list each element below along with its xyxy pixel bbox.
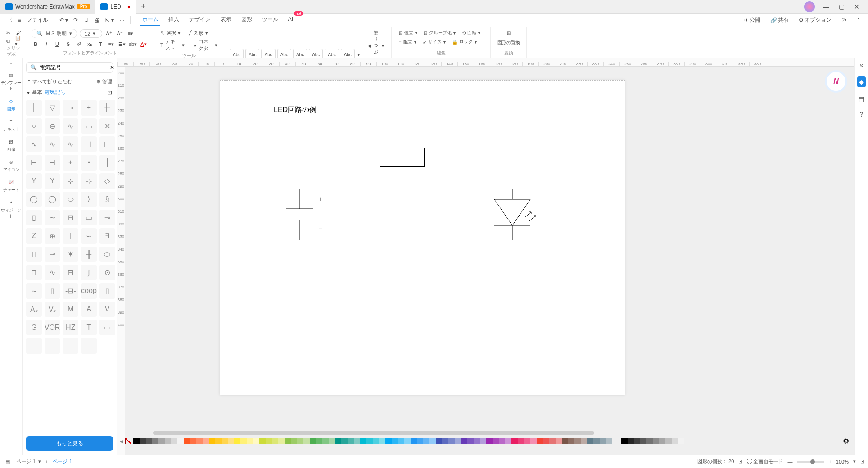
shape-thumbnail[interactable]: •	[81, 155, 97, 171]
font-grow-icon[interactable]: A⁺	[105, 30, 113, 38]
color-swatch[interactable]	[247, 438, 253, 444]
manage-button[interactable]: ⚙ 管理	[96, 78, 112, 85]
shape-thumbnail[interactable]: ▯	[26, 247, 42, 262]
fit-page-icon[interactable]: ⊡	[738, 459, 742, 464]
color-swatch[interactable]	[574, 438, 581, 444]
hamburger-icon[interactable]: ≡	[15, 17, 24, 23]
superscript-icon[interactable]: x²	[75, 40, 83, 48]
shape-thumbnail[interactable]: ⊟	[63, 265, 78, 280]
color-swatch[interactable]	[272, 438, 278, 444]
color-swatch[interactable]	[366, 438, 373, 444]
redo-button[interactable]: ↷	[71, 17, 81, 23]
color-swatch[interactable]	[505, 438, 511, 444]
palette-settings-icon[interactable]: ⚙	[840, 437, 852, 446]
rightbar-help-icon[interactable]: ?	[860, 111, 863, 118]
group-button[interactable]: ⊟ グループ化▾	[421, 29, 458, 37]
shape-thumbnail[interactable]: ◇	[99, 173, 115, 189]
color-swatch[interactable]	[665, 438, 672, 444]
shape-thumbnail[interactable]: ⬭	[63, 192, 78, 207]
shape-thumbnail[interactable]: ⊣	[45, 155, 60, 171]
shape-thumbnail[interactable]: ∿	[63, 136, 78, 152]
color-swatch[interactable]	[297, 438, 303, 444]
color-swatch[interactable]	[215, 438, 222, 444]
color-swatch[interactable]	[228, 438, 234, 444]
shape-thumbnail[interactable]: ⟊	[63, 228, 78, 244]
align-left-icon[interactable]: ≡▾	[127, 30, 135, 38]
sidebar-item-chart[interactable]: 📈チャート	[0, 176, 22, 196]
shape-thumbnail[interactable]: ⊓	[26, 265, 42, 280]
color-swatch[interactable]	[303, 438, 310, 444]
color-swatch[interactable]	[196, 438, 203, 444]
shape-search-input[interactable]	[40, 64, 107, 71]
collapse-ribbon-button[interactable]: ⌃	[854, 17, 863, 23]
sidebar-item-text[interactable]: Tテキスト	[0, 115, 22, 135]
rightbar-format-icon[interactable]: ◆	[857, 76, 866, 87]
color-swatch[interactable]	[634, 438, 640, 444]
color-swatch[interactable]	[234, 438, 240, 444]
text-tool-button[interactable]: T テキスト ▾	[158, 37, 187, 53]
shape-thumbnail[interactable]: ∿	[45, 265, 60, 280]
shape-thumbnail[interactable]: ∫	[81, 265, 97, 280]
shape-thumbnail[interactable]: ∽	[81, 228, 97, 244]
subscript-icon[interactable]: x₂	[86, 40, 94, 48]
color-swatch[interactable]	[646, 438, 653, 444]
shape-thumbnail[interactable]: ▭	[81, 210, 97, 225]
strike-icon[interactable]: S̶	[64, 40, 72, 48]
shape-thumbnail[interactable]: ⊸	[63, 100, 78, 116]
publish-button[interactable]: ✈ 公開	[741, 16, 763, 24]
sidebar-item-icon[interactable]: ◎アイコン	[0, 155, 22, 176]
shape-thumbnail[interactable]: T	[81, 320, 97, 335]
shape-thumbnail[interactable]: V	[99, 302, 115, 317]
color-swatch[interactable]	[621, 438, 628, 444]
shape-thumbnail[interactable]: ⟩	[81, 192, 97, 207]
color-swatch[interactable]	[266, 438, 272, 444]
fill-button[interactable]: ◆ 塗りつぶし ▾	[366, 29, 387, 62]
shape-thumbnail[interactable]: ⊹	[81, 173, 97, 189]
document-tab[interactable]: LED ●	[95, 0, 136, 14]
shape-thumbnail[interactable]: V₅	[45, 302, 60, 317]
shape-thumbnail[interactable]: ⬭	[99, 247, 115, 262]
zoom-value[interactable]: 100%	[836, 459, 849, 464]
color-swatch[interactable]	[606, 438, 612, 444]
add-tab-button[interactable]: +	[136, 2, 150, 11]
shape-search[interactable]: 🔍 ✕	[26, 62, 113, 73]
shape-thumbnail[interactable]	[63, 338, 78, 354]
align-button[interactable]: ≡ 配置▾	[396, 38, 419, 46]
shape-thumbnail[interactable]: ∃	[99, 228, 115, 244]
color-swatch[interactable]	[524, 438, 530, 444]
battery-shape[interactable]: + −	[286, 189, 331, 243]
color-swatch[interactable]	[493, 438, 499, 444]
font-color-icon[interactable]: A▾	[140, 40, 148, 48]
style-gallery-expand[interactable]: ▾	[357, 50, 361, 58]
shape-thumbnail[interactable]: coop	[81, 283, 97, 299]
shape-thumbnail[interactable]: ╫	[99, 100, 115, 116]
color-swatch[interactable]	[177, 438, 184, 444]
shape-thumbnail[interactable]: ▯	[99, 283, 115, 299]
help-button[interactable]: ?•	[839, 17, 849, 23]
color-swatch[interactable]	[209, 438, 215, 444]
shape-thumbnail[interactable]: +	[63, 155, 78, 171]
replace-shape-icon[interactable]: ⊞	[505, 29, 513, 37]
color-swatch[interactable]	[222, 438, 228, 444]
horizontal-scrollbar[interactable]	[117, 431, 854, 436]
minimize-button[interactable]: —	[819, 1, 833, 12]
size-button[interactable]: ⤢ サイズ▾	[420, 38, 448, 46]
color-swatch[interactable]	[518, 438, 524, 444]
color-swatch[interactable]	[385, 438, 392, 444]
font-shrink-icon[interactable]: A⁻	[116, 30, 124, 38]
color-swatch[interactable]	[467, 438, 474, 444]
palette-prev-icon[interactable]: ◂	[120, 437, 123, 446]
shape-thumbnail[interactable]: ∿	[63, 118, 78, 134]
shape-thumbnail[interactable]	[26, 338, 42, 354]
color-swatch[interactable]	[348, 438, 354, 444]
shape-thumbnail[interactable]: -⊟-	[63, 283, 78, 299]
text-case-icon[interactable]: T̲	[96, 40, 104, 48]
font-family-select[interactable]: 🔍 ＭＳ 明朝 ▾	[32, 29, 77, 38]
category-expand-icon[interactable]: ⊡	[108, 90, 112, 96]
color-swatch[interactable]	[140, 438, 146, 444]
zoom-in-button[interactable]: +	[828, 459, 831, 464]
print-button[interactable]: 🖨	[91, 17, 102, 23]
tab-insert[interactable]: 挿入	[167, 14, 181, 26]
color-swatch[interactable]	[423, 438, 429, 444]
color-swatch[interactable]	[474, 438, 480, 444]
